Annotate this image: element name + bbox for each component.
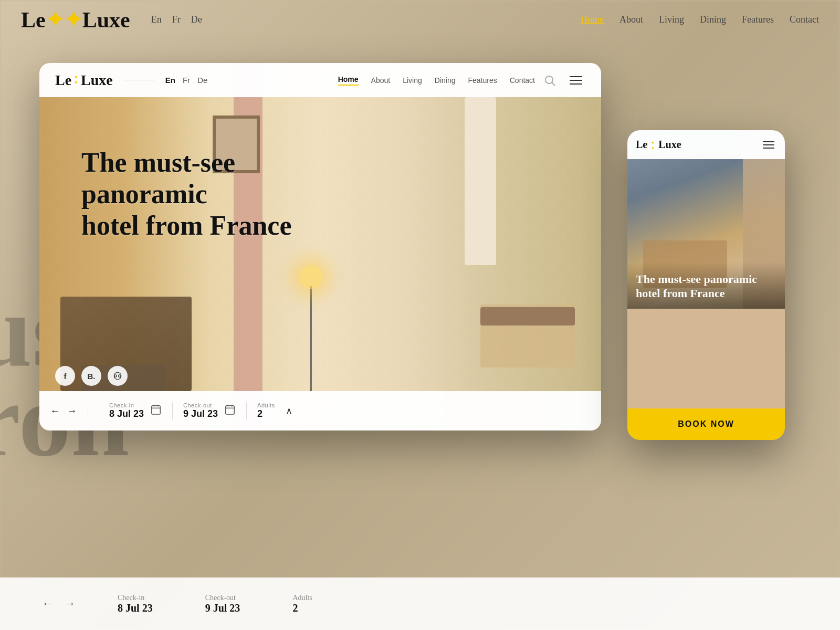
bg-adults-label: Adults [292, 594, 312, 602]
svg-rect-5 [152, 406, 161, 415]
mobile-logo-le: Le [636, 139, 647, 150]
lang-fr[interactable]: Fr [183, 76, 190, 85]
checkin-value[interactable]: 8 Jul 23 [109, 408, 144, 419]
booking-slider-nav: ← → [50, 405, 88, 417]
language-switcher: En Fr De [165, 76, 208, 85]
bg-logo: Le✦✦Luxe [21, 7, 130, 33]
nav-about[interactable]: About [371, 76, 391, 85]
svg-point-0 [545, 76, 553, 83]
lamp-pole [310, 286, 312, 391]
bg-checkout-value: 9 Jul 23 [205, 602, 240, 614]
mobile-navbar: Le ✦ ✦ Luxe [627, 130, 785, 159]
mobile-hamburger[interactable] [761, 137, 776, 153]
booking-prev-arrow[interactable]: ← [50, 405, 60, 417]
nav-home[interactable]: Home [338, 75, 359, 86]
bg-lang-en: En [151, 14, 162, 25]
svg-rect-9 [226, 406, 235, 415]
logo-stars-divider: ✦ ✦ [74, 75, 78, 85]
mobile-hamburger-line-3 [763, 148, 774, 149]
nav-dining[interactable]: Dining [435, 76, 456, 85]
bg-checkout-label: Check-out [205, 594, 240, 602]
hamburger-menu[interactable] [566, 71, 585, 90]
search-icon[interactable] [543, 74, 556, 87]
facebook-icon[interactable]: f [55, 366, 75, 386]
logo-luxe: Luxe [81, 72, 113, 89]
bg-checkin-value: 8 Jul 23 [118, 602, 153, 614]
desktop-booking-bar: ← → Check-in 8 Jul 23 Check-out 9 [39, 391, 601, 430]
bg-next-arrow[interactable]: → [64, 597, 76, 611]
bg-nav-dining: Dining [700, 14, 726, 25]
nav-living[interactable]: Living [403, 76, 422, 85]
logo-nav-divider [123, 80, 155, 80]
headboard [480, 307, 575, 326]
svg-point-2 [114, 372, 121, 380]
bg-nav-home: Home [581, 14, 604, 25]
mobile-mockup-card: The must-see panoramic hotel from France… [627, 130, 785, 440]
hamburger-line-2 [570, 80, 582, 81]
svg-line-1 [552, 82, 555, 86]
mobile-logo: Le ✦ ✦ Luxe [636, 139, 681, 151]
desktop-logo: Le ✦ ✦ Luxe [55, 72, 113, 89]
mobile-logo-luxe: Luxe [658, 139, 681, 150]
bg-lang-de: De [191, 14, 202, 25]
desktop-mockup-card: Le ✦ ✦ Luxe En Fr De Home About Living D… [39, 63, 601, 430]
desktop-hero-headline: The must-see panoramic hotel from France [81, 147, 302, 241]
adults-value[interactable]: 2 [257, 408, 275, 419]
checkin-calendar-icon[interactable] [150, 404, 162, 418]
bg-navbar: Le✦✦Luxe En Fr De Home About Living Dini… [0, 0, 840, 39]
bg-nav-living: Living [659, 14, 684, 25]
bg-lang-fr: Fr [172, 14, 181, 25]
checkout-info: Check-out 9 Jul 23 [183, 402, 218, 419]
adults-info: Adults 2 [257, 402, 275, 419]
bg-nav-features: Features [742, 14, 774, 25]
tripadvisor-icon[interactable] [108, 366, 128, 386]
social-icons-group: f B. [55, 366, 128, 386]
curtain [465, 97, 496, 265]
checkout-label: Check-out [183, 402, 218, 408]
hamburger-line-3 [570, 83, 582, 85]
main-nav: Home About Living Dining Features Contac… [338, 75, 535, 86]
checkin-field: Check-in 8 Jul 23 [99, 402, 173, 419]
mobile-hamburger-line-1 [763, 141, 774, 142]
svg-point-3 [114, 375, 117, 377]
adults-label: Adults [257, 402, 275, 408]
checkout-field: Check-out 9 Jul 23 [173, 402, 247, 419]
mobile-hero-headline: The must-see panoramic hotel from France [636, 272, 776, 300]
adults-field: Adults 2 ∧ [247, 402, 303, 419]
checkout-calendar-icon[interactable] [224, 404, 236, 418]
lang-en[interactable]: En [165, 76, 175, 85]
bg-nav-about: About [620, 14, 643, 25]
mobile-star-2: ✦ [651, 146, 655, 151]
bg-lang-selector: En Fr De [151, 14, 202, 25]
mobile-hero-text-block: The must-see panoramic hotel from France [627, 262, 785, 309]
checkin-label: Check-in [109, 402, 144, 408]
book-now-button[interactable]: BOOK NOW [627, 408, 785, 440]
mobile-star-1: ✦ [651, 141, 655, 145]
desktop-hero-text-block: The must-see panoramic hotel from France [81, 147, 302, 241]
nav-contact[interactable]: Contact [510, 76, 535, 85]
lang-de[interactable]: De [197, 76, 207, 85]
desktop-navbar: Le ✦ ✦ Luxe En Fr De Home About Living D… [39, 63, 601, 97]
bg-nav-contact: Contact [790, 14, 819, 25]
lamp-bulb [299, 265, 323, 289]
bg-checkin-label: Check-in [118, 594, 153, 602]
booking-next-arrow[interactable]: → [67, 405, 77, 417]
bg-nav-links: Home About Living Dining Features Contac… [581, 14, 819, 25]
checkout-value[interactable]: 9 Jul 23 [183, 408, 218, 419]
bg-prev-arrow[interactable]: ← [42, 597, 54, 611]
mobile-hamburger-line-2 [763, 144, 774, 145]
svg-point-4 [119, 375, 121, 377]
nav-features[interactable]: Features [468, 76, 497, 85]
bg-booking-bar: ← → Check-in 8 Jul 23 Check-out 9 Jul 23… [0, 578, 840, 630]
hamburger-line-1 [570, 76, 582, 77]
booking-icon[interactable]: B. [81, 366, 101, 386]
adults-up-arrow[interactable]: ∧ [286, 405, 292, 417]
bg-adults-value: 2 [292, 602, 312, 614]
logo-le: Le [55, 72, 71, 89]
checkin-info: Check-in 8 Jul 23 [109, 402, 144, 419]
